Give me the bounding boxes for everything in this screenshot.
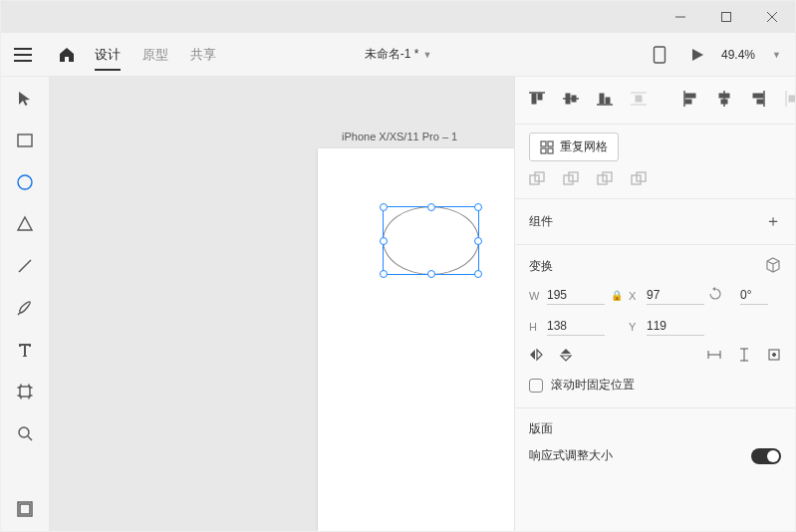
rotation-input[interactable] — [740, 286, 768, 305]
svg-rect-11 — [20, 387, 30, 397]
svg-rect-18 — [538, 94, 542, 100]
svg-rect-42 — [541, 148, 546, 153]
align-right-button[interactable] — [750, 91, 766, 110]
distribute-h-button[interactable] — [784, 91, 795, 110]
svg-rect-43 — [548, 148, 553, 153]
resize-handle-tl[interactable] — [380, 203, 388, 211]
svg-rect-36 — [757, 100, 763, 104]
svg-rect-24 — [606, 98, 610, 104]
distribute-v-button[interactable] — [631, 91, 647, 110]
svg-point-12 — [19, 427, 29, 437]
resize-handle-bm[interactable] — [427, 270, 435, 278]
pen-tool[interactable] — [13, 296, 37, 320]
select-tool[interactable] — [13, 87, 37, 111]
text-tool[interactable] — [13, 338, 37, 362]
align-bottom-button[interactable] — [597, 91, 613, 110]
svg-rect-41 — [548, 141, 553, 146]
scroll-h-icon[interactable] — [707, 348, 721, 365]
svg-rect-29 — [685, 94, 695, 98]
x-label: X — [629, 290, 643, 302]
resize-handle-mr[interactable] — [474, 237, 482, 245]
bool-subtract-button[interactable] — [563, 171, 579, 190]
chevron-down-icon: ▼ — [772, 50, 781, 60]
svg-rect-23 — [600, 94, 604, 104]
svg-line-13 — [28, 436, 32, 440]
tab-share[interactable]: 共享 — [190, 33, 216, 77]
height-input[interactable] — [547, 317, 605, 336]
y-input[interactable] — [647, 317, 704, 336]
align-left-button[interactable] — [682, 91, 698, 110]
align-middle-h-button[interactable] — [563, 91, 579, 110]
x-input[interactable] — [647, 286, 704, 305]
responsive-resize-label: 响应式调整大小 — [529, 447, 613, 464]
svg-rect-32 — [719, 94, 729, 98]
svg-line-10 — [19, 260, 31, 272]
window-close-button[interactable] — [749, 1, 795, 33]
fix-position-label: 滚动时固定位置 — [551, 377, 635, 394]
tool-sidebar — [1, 77, 49, 531]
svg-rect-20 — [566, 94, 570, 104]
svg-rect-15 — [20, 504, 30, 514]
responsive-resize-toggle[interactable] — [751, 448, 781, 464]
add-component-button[interactable]: ＋ — [765, 211, 781, 232]
fix-position-checkbox[interactable] — [529, 379, 543, 393]
y-label: Y — [629, 321, 643, 333]
resize-handle-br[interactable] — [474, 270, 482, 278]
flip-horizontal-button[interactable] — [529, 348, 543, 365]
resize-handle-tr[interactable] — [474, 203, 482, 211]
width-input[interactable] — [547, 286, 605, 305]
tab-design[interactable]: 设计 — [95, 33, 121, 77]
align-top-button[interactable] — [529, 91, 545, 110]
home-button[interactable] — [45, 33, 89, 77]
window-maximize-button[interactable] — [703, 1, 749, 33]
svg-rect-35 — [753, 94, 763, 98]
layout-section-label: 版面 — [529, 420, 553, 437]
svg-rect-17 — [532, 94, 536, 104]
h-label: H — [529, 321, 543, 333]
svg-rect-7 — [655, 47, 665, 63]
bool-add-button[interactable] — [529, 171, 545, 190]
bool-exclude-button[interactable] — [631, 171, 647, 190]
component-section-label: 组件 — [529, 213, 553, 230]
svg-rect-40 — [541, 141, 546, 146]
rectangle-tool[interactable] — [13, 129, 37, 152]
rotation-icon — [708, 287, 736, 304]
window-minimize-button[interactable] — [658, 1, 703, 33]
resize-handle-tm[interactable] — [427, 203, 435, 211]
canvas[interactable]: iPhone X/XS/11 Pro – 1 — [49, 77, 514, 531]
polygon-tool[interactable] — [13, 212, 37, 236]
hamburger-menu-button[interactable] — [1, 33, 45, 77]
ellipse-tool[interactable] — [13, 170, 37, 194]
zoom-tool[interactable] — [13, 421, 37, 445]
svg-rect-30 — [685, 100, 691, 104]
svg-rect-33 — [721, 100, 727, 104]
svg-point-9 — [18, 175, 32, 189]
artboard-tool[interactable] — [13, 380, 37, 403]
resize-handle-bl[interactable] — [380, 270, 388, 278]
bool-intersect-button[interactable] — [597, 171, 613, 190]
zoom-control[interactable]: 49.4%▼ — [721, 48, 781, 62]
line-tool[interactable] — [13, 254, 37, 278]
resize-handle-ml[interactable] — [380, 237, 388, 245]
properties-panel: 重复网格 组件 ＋ 变换 W 🔒 X — [514, 77, 795, 531]
document-title[interactable]: 未命名-1 * ▼ — [365, 46, 432, 63]
repeat-grid-button[interactable]: 重复网格 — [529, 133, 619, 161]
w-label: W — [529, 290, 543, 302]
scroll-both-icon[interactable] — [767, 348, 781, 365]
svg-rect-8 — [18, 134, 32, 146]
document-title-text: 未命名-1 * — [365, 46, 419, 63]
transform-section-label: 变换 — [529, 258, 553, 275]
svg-rect-27 — [636, 96, 642, 102]
flip-vertical-button[interactable] — [559, 348, 573, 365]
selection-bounds[interactable] — [383, 206, 479, 275]
play-button[interactable] — [683, 41, 711, 69]
device-preview-button[interactable] — [646, 41, 673, 69]
lock-aspect-button[interactable]: 🔒 — [609, 290, 625, 301]
artboard-label[interactable]: iPhone X/XS/11 Pro – 1 — [342, 131, 457, 142]
scroll-v-icon[interactable] — [737, 348, 751, 365]
assets-panel-button[interactable] — [13, 497, 37, 521]
align-center-v-button[interactable] — [716, 91, 732, 110]
tab-prototype[interactable]: 原型 — [142, 33, 168, 77]
svg-rect-1 — [722, 13, 731, 22]
cube-3d-icon[interactable] — [765, 257, 781, 276]
